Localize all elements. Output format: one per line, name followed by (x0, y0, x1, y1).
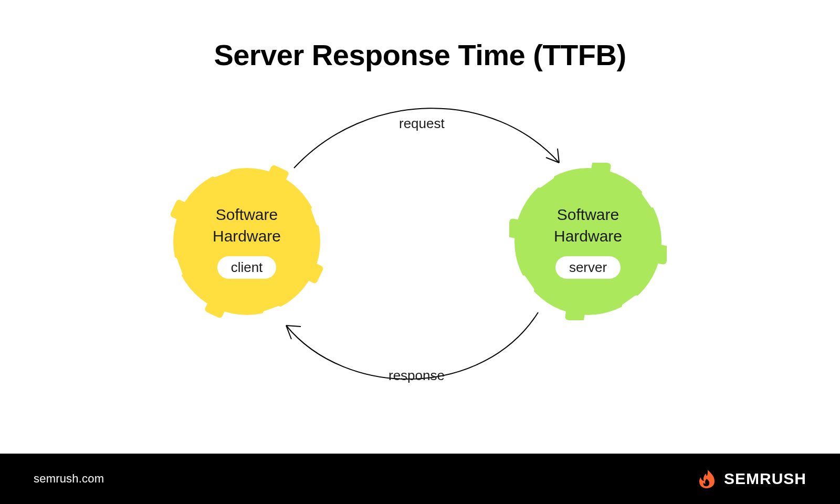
diagram-area: request response (0, 89, 840, 425)
server-node: Software Hardware server (509, 163, 667, 320)
server-content: Software Hardware server (509, 163, 667, 320)
flame-icon (696, 468, 717, 489)
diagram-stage: Server Response Time (TTFB) request resp… (0, 0, 840, 504)
footer-bar: semrush.com SEMRUSH (0, 454, 840, 504)
page-title: Server Response Time (TTFB) (0, 38, 840, 72)
footer-url: semrush.com (34, 472, 104, 486)
server-lines: Software Hardware (554, 204, 622, 247)
client-pill: client (217, 256, 277, 279)
brand-name: SEMRUSH (724, 470, 806, 488)
response-label: response (388, 368, 445, 384)
request-label: request (399, 116, 445, 132)
brand: SEMRUSH (696, 468, 806, 489)
client-lines: Software Hardware (213, 204, 281, 247)
client-line2: Hardware (213, 226, 281, 247)
client-content: Software Hardware client (168, 163, 326, 320)
client-node: Software Hardware client (168, 163, 326, 320)
client-line1: Software (213, 204, 281, 226)
server-pill: server (555, 256, 621, 279)
server-line1: Software (554, 204, 622, 226)
server-line2: Hardware (554, 226, 622, 247)
svg-line-3 (286, 326, 291, 339)
svg-line-2 (286, 326, 301, 327)
